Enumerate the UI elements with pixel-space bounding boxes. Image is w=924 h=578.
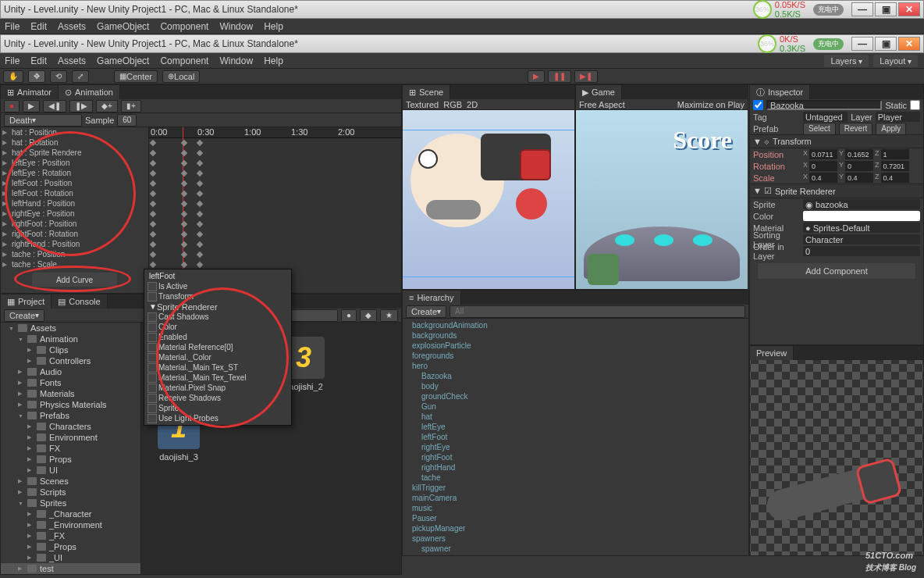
hierarchy-item[interactable]: groundCheck	[403, 391, 748, 401]
folder-item[interactable]: Sprites	[1, 498, 140, 508]
hierarchy-item[interactable]: rightHand	[403, 462, 748, 473]
folder-item[interactable]: Fonts	[1, 377, 140, 388]
folder-item[interactable]: Prefabs	[1, 410, 140, 421]
menu-assets-2[interactable]: Assets	[58, 55, 86, 66]
maximize-button[interactable]: ▣	[875, 2, 897, 16]
popup-item[interactable]: Material Reference[0]	[144, 342, 291, 352]
tab-project[interactable]: ▦ Project	[1, 294, 52, 309]
hierarchy-item[interactable]: rightEye	[403, 442, 748, 452]
minimize-button-2[interactable]: —	[851, 37, 873, 51]
scene-viewport[interactable]	[403, 110, 574, 289]
project-filter-3[interactable]: ★	[380, 309, 398, 322]
hierarchy-item[interactable]: killTrigger	[403, 483, 748, 493]
folder-item[interactable]: Props	[1, 454, 140, 465]
hierarchy-item[interactable]: rightFoot	[403, 452, 748, 462]
anim-play[interactable]: ▶	[23, 100, 40, 112]
folder-item[interactable]: Materials	[1, 388, 140, 399]
rotate-tool[interactable]: ⟲	[50, 70, 67, 83]
hierarchy-item[interactable]: hero	[403, 361, 748, 371]
anim-record[interactable]: ●	[4, 100, 20, 112]
play-button[interactable]: ▶	[528, 70, 545, 83]
anim-next-key[interactable]: ❚▶	[69, 100, 93, 112]
hierarchy-item[interactable]: Bazooka	[403, 371, 748, 381]
scale-z[interactable]: 0.4	[881, 173, 909, 183]
prefab-revert[interactable]: Revert	[839, 123, 872, 135]
project-filter-2[interactable]: ◆	[360, 309, 377, 322]
pos-z[interactable]: 1	[881, 149, 909, 159]
menu-assets[interactable]: Assets	[58, 21, 86, 32]
scene-rgb[interactable]: RGB	[443, 100, 462, 109]
preview-viewport[interactable]	[750, 360, 923, 555]
scene-2d[interactable]: 2D	[467, 100, 478, 109]
menu-gameobject[interactable]: GameObject	[97, 21, 149, 32]
hierarchy-item[interactable]: explosionParticle	[403, 341, 748, 351]
tag-dropdown[interactable]: Untagged	[803, 112, 848, 122]
track-item[interactable]: leftFoot : Rotation	[1, 188, 148, 198]
hierarchy-item[interactable]: backgrounds	[403, 330, 748, 341]
track-item[interactable]: hat : Sprite Rendere	[1, 148, 148, 158]
track-item[interactable]: leftEye : Rotation	[1, 168, 148, 178]
menu-component-2[interactable]: Component	[160, 55, 208, 66]
close-button-2[interactable]: ✕	[898, 37, 920, 51]
order-field[interactable]: 0	[803, 246, 920, 256]
menu-edit[interactable]: Edit	[30, 21, 47, 32]
hierarchy-item[interactable]: body	[403, 381, 748, 391]
hierarchy-create[interactable]: Create ▾	[406, 305, 446, 318]
tab-console[interactable]: ▤ Console	[52, 294, 107, 309]
color-field[interactable]	[803, 211, 920, 221]
static-checkbox[interactable]	[910, 100, 920, 110]
tab-animation[interactable]: ⊙ Animation	[59, 85, 120, 99]
scale-y[interactable]: 0.4	[845, 173, 873, 183]
track-item[interactable]: tache : Position	[1, 249, 148, 259]
popup-item[interactable]: Enabled	[144, 332, 291, 342]
prefab-select[interactable]: Select	[803, 123, 836, 135]
menu-help[interactable]: Help	[264, 21, 283, 32]
game-maximize[interactable]: Maximize on Play	[677, 100, 745, 109]
track-item[interactable]: tache : Scale	[1, 259, 148, 269]
track-item[interactable]: leftFoot : Position	[1, 178, 148, 188]
sorting-dropdown[interactable]: Character	[803, 234, 920, 244]
hierarchy-item[interactable]: foregrounds	[403, 351, 748, 361]
sprite-field[interactable]: ◉ bazooka	[803, 199, 920, 209]
scale-tool[interactable]: ⤢	[72, 70, 89, 83]
game-aspect[interactable]: Free Aspect	[579, 100, 625, 109]
menu-window-2[interactable]: Window	[219, 55, 253, 66]
hierarchy-item[interactable]: mainCamera	[403, 493, 748, 503]
popup-item[interactable]: Transform	[144, 291, 291, 301]
menu-edit-2[interactable]: Edit	[30, 55, 47, 66]
menu-gameobject-2[interactable]: GameObject	[97, 55, 149, 66]
dope-sheet-button[interactable]: Dope Sheet	[22, 291, 79, 293]
track-item[interactable]: leftHand : Position	[1, 198, 148, 209]
pause-button[interactable]: ❚❚	[548, 70, 571, 83]
pos-y[interactable]: 0.1652	[845, 149, 873, 159]
folder-item[interactable]: Clips	[1, 344, 140, 355]
add-curve-button[interactable]: Add Curve	[32, 273, 117, 287]
popup-item[interactable]: Material._Main Tex_Texel	[144, 373, 291, 383]
track-item[interactable]: rightFoot : Rotation	[1, 229, 148, 239]
anim-prev-key[interactable]: ◀❚	[43, 100, 66, 112]
rot-z[interactable]: 0.7201	[881, 161, 909, 171]
hierarchy-item[interactable]: backgroundAnimation	[403, 320, 748, 330]
popup-item[interactable]: Color	[144, 322, 291, 332]
scale-x[interactable]: 0.4	[809, 173, 837, 183]
rot-x[interactable]: 0	[809, 161, 837, 171]
hierarchy-item[interactable]: leftFoot	[403, 432, 748, 442]
game-viewport[interactable]: Score	[576, 110, 748, 289]
popup-item[interactable]: Material._Color	[144, 352, 291, 362]
folder-item[interactable]: Characters	[1, 421, 140, 432]
hierarchy-item[interactable]: tache	[403, 473, 748, 483]
anim-add-key[interactable]: ◆+	[96, 100, 118, 112]
popup-item[interactable]: Receive Shadows	[144, 393, 291, 403]
folder-item[interactable]: Audio	[1, 366, 140, 377]
minimize-button[interactable]: —	[851, 2, 873, 16]
pivot-center[interactable]: ▦ Center	[114, 70, 158, 83]
popup-item[interactable]: Is Active	[144, 281, 291, 291]
track-item[interactable]: hat : Position	[1, 127, 148, 137]
tab-scene[interactable]: ⊞ Scene	[403, 85, 450, 99]
pivot-local[interactable]: ⊕ Local	[162, 70, 200, 83]
hierarchy-item[interactable]: spawners	[403, 533, 748, 544]
tab-inspector[interactable]: ⓘ Inspector	[750, 85, 810, 99]
menu-file-2[interactable]: File	[5, 55, 20, 66]
gameobject-name-input[interactable]	[766, 100, 882, 110]
timeline-ruler[interactable]: 0:000:301:001:302:00	[149, 127, 401, 138]
